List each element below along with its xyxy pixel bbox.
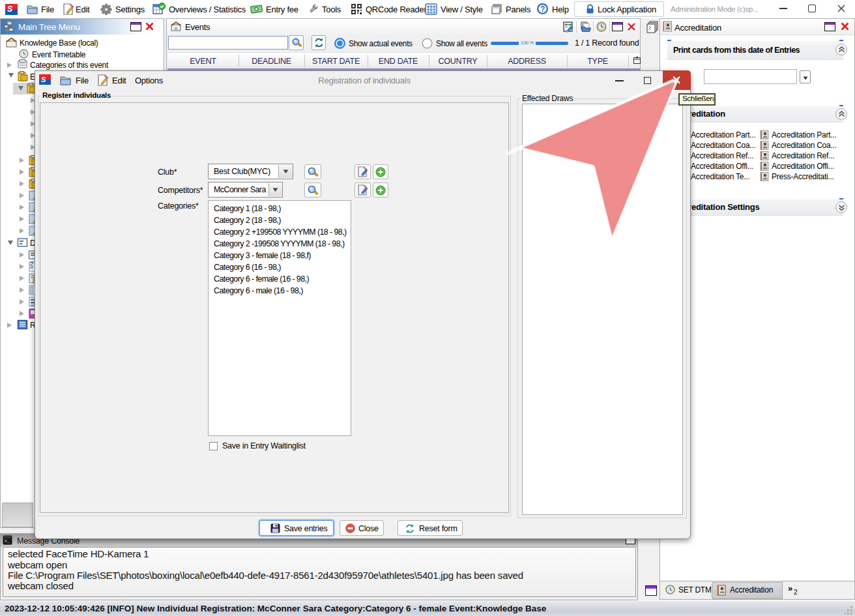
svg-text:>_: >_ <box>5 538 10 544</box>
svg-text:MVA: MVA <box>29 261 34 269</box>
svg-text:?: ? <box>540 5 545 14</box>
